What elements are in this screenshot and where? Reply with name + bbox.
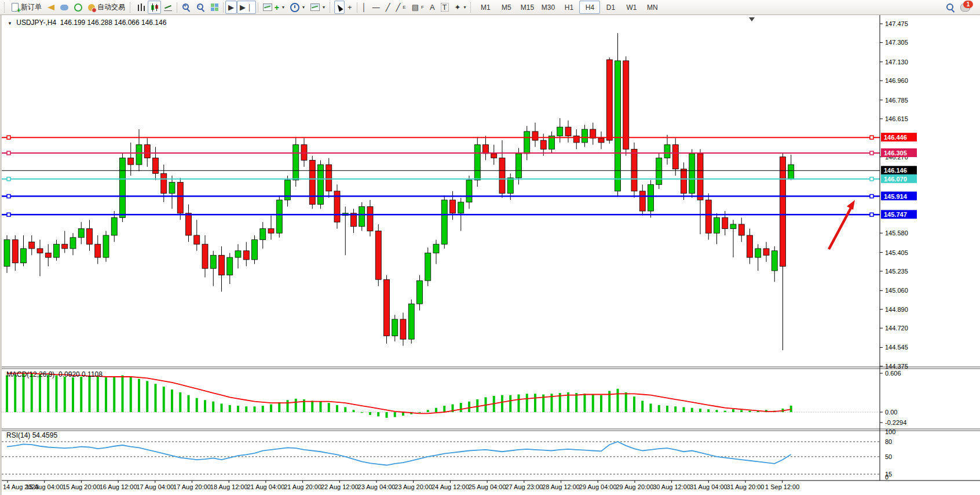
- timeframe-m30[interactable]: M30: [537, 1, 558, 14]
- tile-windows-button[interactable]: [208, 1, 221, 14]
- chart-shift-button[interactable]: ▶｜: [237, 1, 256, 14]
- svg-text:146.446: 146.446: [884, 134, 907, 141]
- timeframe-m15[interactable]: M15: [517, 1, 537, 14]
- bar-chart-button[interactable]: [134, 1, 148, 14]
- text-icon: A: [430, 3, 435, 11]
- fibonacci-button[interactable]: ▤F: [409, 1, 427, 14]
- chevron-down-icon: ▾: [282, 5, 284, 10]
- chart-window[interactable]: ▼ USDJPY-,H4 146.199 146.288 146.066 146…: [0, 15, 980, 495]
- hline-handle[interactable]: [870, 136, 873, 139]
- notification-badge: 1: [963, 1, 973, 8]
- timeframe-mn[interactable]: MN: [642, 1, 663, 14]
- svg-text:29 Aug 04:00: 29 Aug 04:00: [579, 483, 617, 490]
- hline-handle[interactable]: [870, 177, 873, 181]
- svg-text:21 Aug 04:00: 21 Aug 04:00: [247, 483, 284, 490]
- signals-button[interactable]: [71, 1, 85, 14]
- chevron-down-icon: ▾: [302, 5, 305, 10]
- plus-icon: +: [275, 3, 279, 12]
- new-order-label: 新订单: [21, 2, 42, 12]
- svg-text:145.405: 145.405: [885, 249, 908, 256]
- svg-text:31 Aug 04:00: 31 Aug 04:00: [690, 483, 727, 490]
- svg-text:18 Aug 12:00: 18 Aug 12:00: [210, 483, 248, 490]
- horizontal-line-button[interactable]: —: [370, 1, 383, 14]
- templates-button[interactable]: ▾: [308, 1, 328, 14]
- periods-button[interactable]: ▾: [287, 1, 308, 14]
- trendline-icon: ╱: [386, 3, 390, 11]
- toolbar-grip: [4, 2, 7, 13]
- trendline-button[interactable]: ╱: [383, 1, 393, 14]
- hline-handle[interactable]: [7, 177, 10, 181]
- svg-text:17 Aug 20:00: 17 Aug 20:00: [173, 483, 211, 490]
- crosshair-icon: +: [348, 3, 352, 11]
- candles: [4, 33, 794, 350]
- cursor-button[interactable]: [334, 1, 345, 14]
- autotrading-label: 自动交易: [97, 2, 125, 12]
- svg-text:145.747: 145.747: [884, 211, 907, 218]
- vertical-line-button[interactable]: │: [359, 1, 370, 14]
- hline-handle[interactable]: [7, 136, 10, 139]
- hline-handle[interactable]: [7, 151, 10, 155]
- arrows-icon: ✦: [455, 3, 461, 11]
- auto-scroll-button[interactable]: ▶: [225, 1, 237, 14]
- toolbar-grip: [130, 2, 133, 13]
- svg-text:145.580: 145.580: [885, 230, 908, 236]
- timeframe-m1[interactable]: M1: [475, 1, 496, 14]
- svg-text:29 Aug 20:00: 29 Aug 20:00: [616, 483, 653, 490]
- timeframe-h1[interactable]: H1: [558, 1, 579, 14]
- svg-text:144.545: 144.545: [885, 344, 908, 351]
- channel-icon: ╱: [396, 3, 401, 11]
- hline-handle[interactable]: [7, 213, 10, 216]
- zoom-out-button[interactable]: -: [193, 1, 208, 14]
- label-tool-button[interactable]: T: [438, 1, 452, 14]
- hline-handle[interactable]: [7, 195, 10, 198]
- svg-text:144.720: 144.720: [885, 325, 908, 332]
- svg-text:144.890: 144.890: [885, 306, 908, 313]
- search-button[interactable]: [943, 1, 957, 14]
- rsi-line: [7, 442, 791, 465]
- label-icon: T: [441, 3, 449, 12]
- timeframe-d1[interactable]: D1: [600, 1, 621, 14]
- indicators-button[interactable]: +▾: [260, 1, 287, 14]
- svg-text:21 Aug 20:00: 21 Aug 20:00: [284, 483, 321, 490]
- notifications-button[interactable]: 1: [957, 1, 973, 14]
- svg-text:146.960: 146.960: [885, 77, 908, 84]
- time-axis: 14 Aug 202315 Aug 04:0015 Aug 20:0016 Au…: [3, 481, 799, 490]
- clock-icon: [290, 3, 299, 12]
- zoom-in-button[interactable]: +: [179, 1, 193, 14]
- svg-text:145.914: 145.914: [884, 193, 908, 200]
- chart-shift-marker[interactable]: [749, 17, 755, 21]
- chevron-down-icon: ▾: [463, 5, 466, 10]
- text-tool-button[interactable]: A: [427, 1, 438, 14]
- svg-text:17 Aug 04:00: 17 Aug 04:00: [136, 483, 174, 490]
- horn-icon: [47, 5, 54, 10]
- hline-handle[interactable]: [870, 195, 873, 198]
- rsi-pane: [2, 442, 880, 474]
- timeframe-m5[interactable]: M5: [496, 1, 517, 14]
- chart-shift-icon: ▶｜: [240, 3, 253, 11]
- candlestick-chart-button[interactable]: [148, 1, 161, 14]
- price-chart-canvas[interactable]: 147.475147.305147.130146.960146.785146.6…: [2, 15, 980, 495]
- new-order-button[interactable]: 新订单: [9, 1, 45, 14]
- tile-windows-icon: [211, 3, 218, 11]
- svg-text:31 Aug 20:00: 31 Aug 20:00: [727, 483, 765, 490]
- publish-button[interactable]: [45, 1, 57, 14]
- equidistant-channel-button[interactable]: ╱E: [393, 1, 409, 14]
- timeframe-w1[interactable]: W1: [621, 1, 642, 14]
- line-chart-icon: [164, 3, 172, 11]
- separator: [357, 2, 357, 13]
- autotrading-button[interactable]: 自动交易: [85, 1, 128, 14]
- candlestick-icon: [151, 3, 158, 12]
- horizontal-line-icon: —: [372, 3, 380, 11]
- timeframe-h4[interactable]: H4: [579, 1, 600, 14]
- community-button[interactable]: [57, 1, 71, 14]
- svg-text:144.375: 144.375: [885, 363, 908, 370]
- arrow-annotation[interactable]: [829, 200, 855, 249]
- crosshair-button[interactable]: +: [345, 1, 355, 14]
- line-chart-button[interactable]: [161, 1, 175, 14]
- horizontal-line-objects[interactable]: [2, 136, 880, 216]
- zoom-out-icon: -: [196, 3, 205, 12]
- svg-text:15 Aug 04:00: 15 Aug 04:00: [25, 483, 63, 490]
- arrows-tool-button[interactable]: ✦▾: [452, 1, 469, 14]
- hline-handle[interactable]: [870, 151, 873, 155]
- hline-handle[interactable]: [870, 213, 873, 216]
